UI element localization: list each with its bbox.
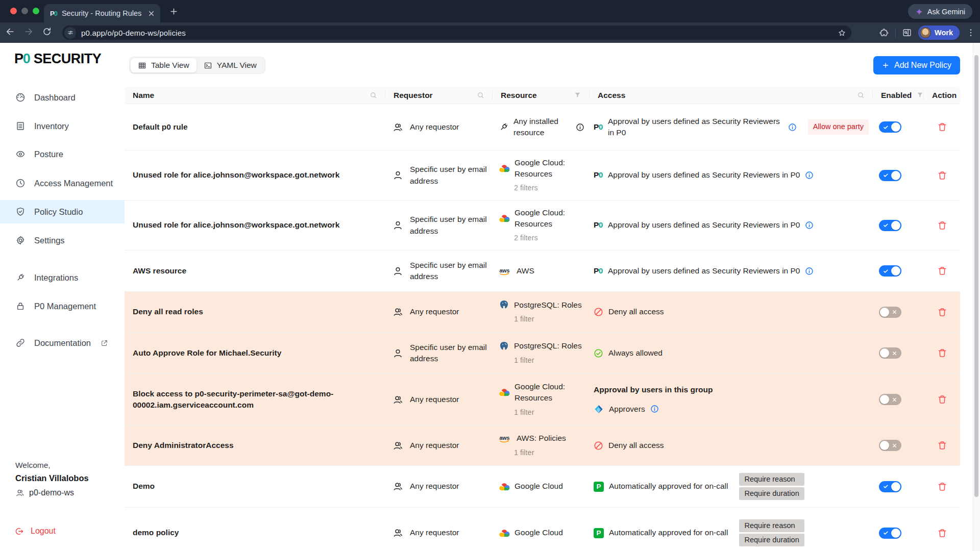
enabled-toggle[interactable] [879, 481, 901, 492]
column-header-action: Action [924, 87, 960, 104]
info-icon[interactable] [650, 405, 659, 413]
sidebar-item-label: Posture [34, 149, 63, 159]
column-header-resource[interactable]: Resource [493, 87, 590, 104]
info-icon[interactable] [576, 123, 584, 132]
delete-policy-button[interactable] [937, 394, 947, 405]
search-icon[interactable] [477, 91, 484, 99]
delete-policy-button[interactable] [937, 307, 947, 317]
enabled-toggle[interactable] [879, 528, 901, 539]
sidebar-item-policy-studio[interactable]: Policy Studio [0, 200, 125, 223]
access-cell: Approval by users in this groupApprovers [590, 374, 873, 425]
info-icon[interactable] [788, 123, 797, 132]
requestor-label: Specific user by email address [410, 164, 487, 187]
browser-menu-icon[interactable] [966, 28, 976, 38]
column-header-name[interactable]: Name [125, 87, 385, 104]
policy-name-cell: Unused role for alice.johnson@workspace.… [125, 151, 385, 200]
delete-policy-button[interactable] [937, 440, 947, 450]
column-header-access[interactable]: Access [590, 87, 873, 104]
search-icon[interactable] [857, 91, 865, 99]
tab-table-view[interactable]: Table View [131, 58, 197, 72]
enabled-toggle[interactable] [879, 307, 901, 318]
toggle-knob [880, 395, 889, 404]
enabled-toggle[interactable] [879, 220, 901, 231]
enabled-toggle[interactable] [879, 347, 901, 359]
delete-policy-button[interactable] [937, 482, 947, 492]
resource-label: Google Cloud [514, 527, 563, 538]
search-icon[interactable] [370, 91, 377, 99]
browser-tab[interactable]: P0 Security - Routing Rules [44, 4, 160, 22]
browser-tabstrip: P0 Security - Routing Rules Ask Gemini [0, 0, 980, 22]
reload-button[interactable] [42, 27, 52, 37]
sidebar-item-inventory[interactable]: Inventory [0, 114, 125, 138]
info-icon[interactable] [805, 171, 814, 180]
resource-label: Google Cloud: Resources [514, 207, 584, 230]
enabled-toggle[interactable] [879, 394, 901, 405]
address-bar[interactable]: p0.app/o/p0-demo-ws/policies [62, 26, 851, 40]
ask-gemini-button[interactable]: Ask Gemini [908, 4, 972, 19]
resource-cell: PostgreSQL: Roles1 filter [493, 292, 590, 332]
requestor-cell: Any requestor [385, 508, 493, 551]
forward-button[interactable] [23, 27, 34, 37]
requestor-label: Specific user by email address [410, 342, 487, 365]
sidebar-item-posture[interactable]: Posture [0, 142, 125, 166]
delete-policy-button[interactable] [937, 348, 947, 358]
resource-filters-count: 1 filter [514, 447, 566, 458]
delete-policy-button[interactable] [937, 528, 947, 538]
sidebar-item-documentation[interactable]: Documentation [0, 331, 125, 355]
sidebar-item-access-management[interactable]: Access Management [0, 171, 125, 195]
requestor-label: Any requestor [410, 394, 459, 405]
enabled-toggle[interactable] [879, 265, 901, 277]
delete-policy-button[interactable] [937, 122, 947, 132]
filter-icon[interactable] [916, 91, 924, 99]
zoom-window-button[interactable] [33, 8, 39, 14]
info-icon[interactable] [805, 267, 814, 276]
table-row: Unused role for alice.johnson@workspace.… [125, 151, 960, 201]
policy-name-cell: AWS resource [125, 251, 385, 291]
enabled-toggle[interactable] [879, 170, 901, 181]
add-new-policy-button[interactable]: Add New Policy [873, 56, 960, 74]
new-tab-button[interactable] [169, 7, 178, 16]
enabled-toggle[interactable] [879, 440, 901, 451]
column-header-requestor[interactable]: Requestor [385, 87, 493, 104]
back-button[interactable] [5, 27, 15, 37]
table-row: Deny AdministratorAccessAny requestoraws… [125, 425, 960, 466]
p0-logo-icon: P0 [594, 169, 603, 181]
sidebar-item-p0-management[interactable]: P0 Management [0, 294, 125, 318]
column-header-enabled[interactable]: Enabled [873, 87, 924, 104]
workspace-row[interactable]: p0-demo-ws [15, 488, 89, 497]
sidebar-item-settings[interactable]: Settings [0, 229, 125, 252]
side-panel-icon[interactable] [902, 28, 912, 38]
enabled-toggle[interactable] [879, 121, 901, 133]
sidebar-item-label: Policy Studio [34, 207, 83, 217]
requestor-cell: Any requestor [385, 425, 493, 465]
resource-cell: Google Cloud: Resources2 filters [493, 151, 590, 200]
policy-name: Deny all read roles [133, 306, 203, 317]
close-window-button[interactable] [10, 8, 17, 14]
sidebar-item-dashboard[interactable]: Dashboard [0, 86, 125, 109]
filter-icon[interactable] [574, 91, 581, 99]
info-icon[interactable] [805, 221, 814, 230]
resource-label: Google Cloud [514, 481, 563, 492]
delete-policy-button[interactable] [937, 266, 947, 276]
check-icon [883, 484, 889, 489]
action-cell [924, 508, 960, 551]
extensions-icon[interactable] [879, 28, 889, 38]
user-block: Welcome, Cristian Villalobos p0-demo-ws [15, 461, 89, 497]
action-cell [924, 374, 960, 425]
gcp-icon [499, 388, 510, 397]
tab-close-icon[interactable] [148, 10, 155, 17]
scrollbar-track[interactable] [973, 43, 980, 551]
minimize-window-button[interactable] [21, 8, 28, 14]
bookmark-star-icon[interactable] [838, 29, 846, 37]
sidebar-item-label: Integrations [34, 273, 78, 283]
sidebar-item-integrations[interactable]: Integrations [0, 266, 125, 289]
delete-policy-button[interactable] [937, 170, 947, 181]
tab-yaml-view[interactable]: YAML View [197, 58, 264, 72]
action-cell [924, 251, 960, 291]
resource-cell: Google Cloud: Resources2 filters [493, 201, 590, 250]
delete-policy-button[interactable] [937, 220, 947, 231]
scrollbar-thumb[interactable] [974, 55, 978, 497]
logout-button[interactable]: Logout [15, 527, 56, 536]
site-settings-button[interactable] [64, 27, 76, 39]
profile-chip[interactable]: Work [918, 26, 960, 40]
